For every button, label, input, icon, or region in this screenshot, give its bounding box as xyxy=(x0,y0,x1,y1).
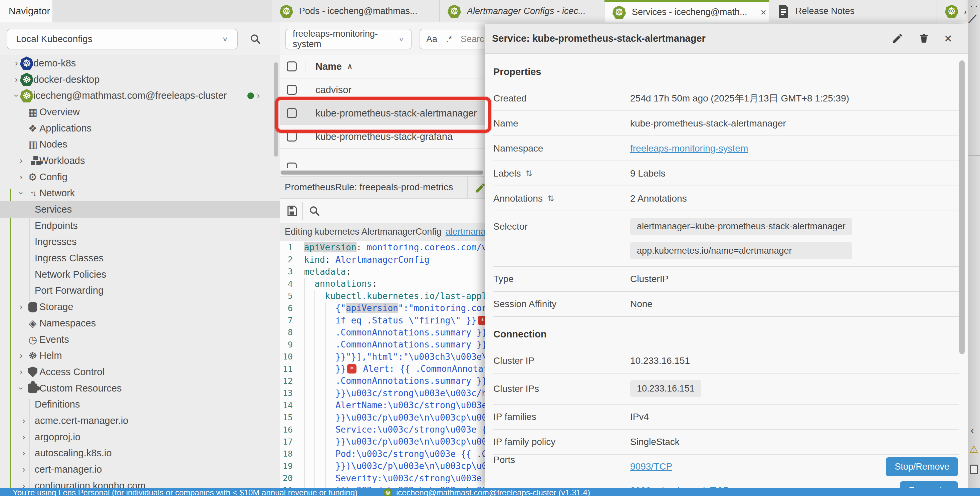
editor-search-icon[interactable] xyxy=(309,205,320,217)
code-token: : xyxy=(325,255,336,265)
services-toolbar: freeleaps-monitoring-system ∨ Aa .* Sear… xyxy=(280,22,485,55)
collapse-chevron-icon[interactable]: ‹ xyxy=(970,424,974,436)
tab-services-icecheng-math-[interactable]: ☸Services - icecheng@math...× xyxy=(605,0,769,22)
row-label: Session Affinity xyxy=(493,299,557,309)
chevron-expanded-icon[interactable]: › xyxy=(16,384,26,393)
row-checkbox[interactable] xyxy=(287,162,297,168)
yaml-editor[interactable]: 1apiVersion: monitoring.coreos.com/v12ki… xyxy=(280,241,485,488)
table-row-partial[interactable] xyxy=(280,148,485,167)
close-icon[interactable]: × xyxy=(944,32,952,45)
chevron-collapsed-icon[interactable]: › xyxy=(19,464,28,475)
port-link[interactable]: 9093/TCP xyxy=(630,461,672,472)
kubeconfig-select[interactable]: Local Kubeconfigs ∨ xyxy=(7,29,238,49)
code-line-20: 20Severity:\u003c/strong\u003e xyxy=(280,472,485,484)
chevron-collapsed-icon[interactable]: › xyxy=(19,448,28,458)
sidebar-item-access-control[interactable]: ›Access Control xyxy=(0,364,280,380)
detail-row-labels: Labels⇅9 Labels xyxy=(493,161,959,186)
sidebar-item-argoproj-io[interactable]: ›argoproj.io xyxy=(0,429,280,445)
table-search-input[interactable]: Aa .* Search xyxy=(420,29,485,49)
sidebar-item-overview[interactable]: ▦Overview xyxy=(0,104,280,120)
row-checkbox[interactable] xyxy=(287,132,297,141)
tab-label: Alertmanager Configs - icec... xyxy=(467,6,586,16)
sidebar-item-network[interactable]: ›↑↓Network xyxy=(0,185,280,202)
sidebar-item-nodes[interactable]: ▥Nodes xyxy=(0,136,280,153)
chevron-collapsed-icon[interactable]: › xyxy=(17,367,25,377)
code-token: annotations xyxy=(314,279,372,289)
chevron-collapsed-icon[interactable]: › xyxy=(19,481,28,488)
line-number: 3 xyxy=(280,267,304,277)
namespace-select-value: freeleaps-monitoring-system xyxy=(293,29,398,49)
chevron-down-icon: ∨ xyxy=(222,35,228,43)
overview-icon: ▦ xyxy=(25,105,40,119)
sidebar-item-cert-manager-io[interactable]: ›cert-manager.io xyxy=(0,461,280,478)
sidebar-item-ingresses[interactable]: Ingresses xyxy=(0,234,280,250)
cluster-open-arrow[interactable]: › xyxy=(257,91,260,101)
tab-pods-icecheng-mathmas-[interactable]: ☸Pods - icecheng@mathmas... xyxy=(272,0,440,22)
code-line-7: 7if eq .Status \"firing\" }}* xyxy=(280,314,485,326)
tab-a[interactable]: ☸A xyxy=(937,0,966,22)
panel-scrollbar[interactable] xyxy=(959,60,965,354)
sidebar-item-storage[interactable]: ›Storage xyxy=(0,299,280,315)
column-header-name[interactable]: Name xyxy=(315,61,342,72)
chevron-collapsed-icon[interactable]: › xyxy=(17,172,25,182)
license-text: You're using Lens Personal (for individu… xyxy=(13,488,358,496)
chevron-collapsed-icon[interactable]: › xyxy=(17,350,25,361)
sidebar-item-docker-desktop[interactable]: ›☸docker-desktop xyxy=(0,72,280,88)
warning-icon: ⚠ xyxy=(969,443,978,455)
breadcrumb-resource-link[interactable]: alertmanager xyxy=(445,227,485,237)
sidebar-item-custom-resources[interactable]: ›Custom Resources xyxy=(0,380,280,396)
search-icon[interactable] xyxy=(250,33,261,45)
status-bar: You're using Lens Personal (for individu… xyxy=(0,488,980,496)
sidebar-item-port-forwarding[interactable]: Port Forwarding xyxy=(0,283,280,299)
select-all-checkbox[interactable] xyxy=(287,61,297,72)
sidebar-item-applications[interactable]: ❖Applications xyxy=(0,120,280,137)
delete-icon[interactable] xyxy=(918,32,930,45)
sidebar-item-events[interactable]: ◷Events xyxy=(0,331,280,348)
chevron-collapsed-icon[interactable]: › xyxy=(19,416,28,426)
sidebar-item-network-policies[interactable]: Network Policies xyxy=(0,266,280,283)
tab-alertmanager-configs-icec-[interactable]: ☸Alertmanager Configs - icec... xyxy=(440,0,605,22)
chevron-collapsed-icon[interactable]: › xyxy=(17,302,25,312)
sidebar-item-autoscaling-k8s-io[interactable]: ›autoscaling.k8s.io xyxy=(0,445,280,462)
edit-icon[interactable] xyxy=(891,32,904,45)
chevron-collapsed-icon[interactable]: › xyxy=(19,432,28,442)
stop-remove-button[interactable]: Stop/Remove xyxy=(886,457,958,476)
chevron-collapsed-icon[interactable]: › xyxy=(17,156,25,166)
sidebar-item-icecheng-mathmast-com-freeleaps-cluster[interactable]: ›☸icecheng@mathmast.com@freeleaps-cluste… xyxy=(0,87,280,104)
sidebar-item-config[interactable]: ›⚙Config xyxy=(0,169,280,185)
table-horizontal-scrollbar[interactable] xyxy=(280,170,485,175)
navigator-panel-tab[interactable]: Navigator xyxy=(0,0,52,22)
port-link[interactable]: 8080:reloader-web/TCP xyxy=(630,485,729,488)
sidebar-item-namespaces[interactable]: ◈Namespaces xyxy=(0,315,280,331)
line-number: 1 xyxy=(280,243,304,252)
namespace-link[interactable]: freeleaps-monitoring-system xyxy=(630,143,748,154)
row-label: Name xyxy=(493,118,519,129)
sidebar-item-workloads[interactable]: ›Workloads xyxy=(0,153,280,169)
sidebar-item-configuration-konghq-com[interactable]: ›configuration.konghq.com xyxy=(0,478,280,488)
sidebar-item-label: Events xyxy=(40,334,69,345)
sidebar-item-acme-cert-manager-io[interactable]: ›acme.cert-manager.io xyxy=(0,413,280,429)
row-checkbox[interactable] xyxy=(287,85,297,95)
active-cluster-status[interactable]: ☸ icecheng@mathmast.com@freeleaps-cluste… xyxy=(383,488,590,496)
background-glyph: ∕ xyxy=(969,13,975,26)
sidebar-item-demo-k8s[interactable]: ›☸demo-k8s xyxy=(0,55,280,72)
chevron-expanded-icon[interactable]: › xyxy=(16,189,26,197)
sidebar-item-endpoints[interactable]: Endpoints xyxy=(0,218,280,234)
expand-toggle-icon[interactable]: ⇅ xyxy=(547,194,554,203)
sort-asc-icon[interactable]: ∧ xyxy=(347,62,353,71)
tab-release-notes[interactable]: Release Notes xyxy=(769,0,937,22)
close-icon[interactable]: × xyxy=(761,7,767,18)
namespace-select[interactable]: freeleaps-monitoring-system ∨ xyxy=(285,29,412,49)
save-icon[interactable] xyxy=(285,205,298,217)
forward--button[interactable]: Forward... xyxy=(900,481,958,488)
cluster-version-text: icecheng@mathmast.com@freeleaps-cluster … xyxy=(396,488,590,496)
match-case-icon[interactable]: Aa xyxy=(426,34,437,45)
expand-toggle-icon[interactable]: ⇅ xyxy=(526,169,532,178)
sidebar-item-definitions[interactable]: Definitions xyxy=(0,396,280,413)
sidebar-item-helm[interactable]: ›☸Helm xyxy=(0,348,280,364)
cluster-tree: ›☸demo-k8s›☸docker-desktop›☸icecheng@mat… xyxy=(0,55,280,488)
regex-icon[interactable]: .* xyxy=(446,34,452,45)
code-line-18: 18Pod:\u003c/strong\u003e {{ .Co xyxy=(280,448,485,460)
sidebar-item-services[interactable]: Services xyxy=(0,201,280,218)
sidebar-item-ingress-classes[interactable]: Ingress Classes xyxy=(0,250,280,266)
